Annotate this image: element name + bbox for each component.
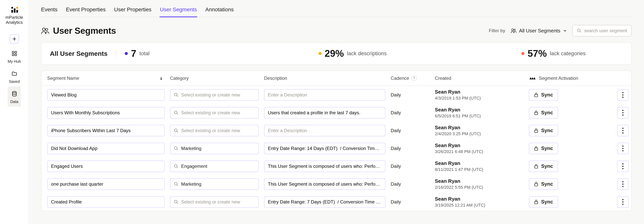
segment-name-input[interactable] (47, 125, 165, 136)
th-description[interactable]: Description (264, 76, 391, 81)
svg-rect-2 (14, 8, 16, 13)
description-input[interactable] (264, 178, 385, 190)
segment-name-input[interactable] (47, 107, 165, 119)
segment-name-input[interactable] (47, 196, 165, 208)
tab-user-properties[interactable]: User Properties (114, 6, 152, 17)
folder-icon (10, 69, 19, 78)
page-header: User Segments Filter by All User Segment… (41, 25, 632, 36)
sync-button[interactable]: Sync (529, 196, 558, 208)
description-input[interactable] (264, 125, 385, 136)
segment-name-field[interactable] (51, 199, 161, 205)
segment-name-input[interactable] (47, 161, 165, 172)
sort-desc-icon (159, 76, 163, 80)
stat-label: total (139, 50, 150, 57)
sidebar-item-my-hub[interactable]: My Hub (8, 46, 21, 66)
row-more-button[interactable] (617, 89, 629, 101)
stat-dot-icon (125, 52, 128, 55)
segment-name-field[interactable] (51, 182, 161, 187)
svg-rect-6 (15, 51, 16, 53)
svg-rect-5 (12, 51, 14, 53)
sync-button[interactable]: Sync (529, 143, 558, 154)
th-created[interactable]: Created (435, 76, 529, 81)
tab-annotations[interactable]: Annotations (205, 6, 234, 17)
sync-button[interactable]: Sync (529, 161, 558, 172)
filter-dropdown[interactable]: All User Segments (511, 28, 567, 34)
sidebar-item-saved[interactable]: Saved (8, 66, 21, 86)
segment-name-field[interactable] (51, 110, 161, 115)
th-name[interactable]: Segment Name (47, 76, 170, 81)
description-field[interactable] (268, 110, 382, 115)
description-field[interactable] (268, 199, 382, 205)
sidebar-item-add[interactable] (8, 32, 21, 46)
row-more-button[interactable] (617, 125, 629, 136)
sync-button[interactable]: Sync (529, 89, 558, 101)
category-select[interactable]: Select existing or create new (170, 125, 259, 136)
search-input[interactable] (584, 28, 627, 33)
page-title: User Segments (53, 25, 116, 36)
description-field[interactable] (268, 164, 382, 169)
description-input[interactable] (264, 161, 385, 172)
svg-point-30 (174, 147, 177, 149)
th-cadence[interactable]: Cadence ? (391, 76, 435, 81)
segment-name-field[interactable] (51, 146, 161, 151)
sidebar: mParticle Analytics My HubSavedData (0, 0, 29, 224)
cadence-value: Daily (391, 110, 435, 115)
created-by: Sean Ryan (435, 196, 529, 202)
description-input[interactable] (264, 107, 385, 119)
search-input-wrap[interactable] (572, 25, 632, 36)
th-category[interactable]: Category (170, 76, 264, 81)
sync-button[interactable]: Sync (529, 107, 558, 119)
svg-rect-46 (534, 202, 538, 204)
sync-button[interactable]: Sync (529, 125, 558, 136)
category-select[interactable]: Marketing (170, 178, 259, 190)
description-field[interactable] (268, 146, 382, 151)
sync-label: Sync (541, 110, 553, 116)
search-icon (174, 182, 178, 186)
category-select[interactable]: Select existing or create new (170, 107, 259, 119)
svg-rect-26 (534, 130, 538, 133)
segment-name-input[interactable] (47, 143, 165, 154)
svg-point-9 (12, 91, 16, 93)
row-more-button[interactable] (617, 178, 629, 190)
description-field[interactable] (268, 182, 382, 187)
created-at: 2/4/2020 3:25 PM (UTC) (435, 131, 529, 136)
tab-user-segments[interactable]: User Segments (160, 6, 197, 17)
description-input[interactable] (264, 196, 385, 208)
row-more-button[interactable] (617, 161, 629, 172)
help-icon[interactable]: ? (412, 76, 417, 81)
sync-button[interactable]: Sync (529, 178, 558, 190)
segment-name-field[interactable] (51, 128, 161, 133)
table-row: Select existing or create new Daily Sean… (42, 86, 631, 104)
category-select[interactable]: Engagement (170, 161, 259, 172)
users-icon (41, 27, 49, 35)
category-select[interactable]: Marketing (170, 143, 259, 154)
sidebar-item-data[interactable]: Data (8, 86, 21, 107)
created-at: 3/19/2025 12:21 AM (UTC) (435, 203, 529, 208)
category-select[interactable]: Select existing or create new (170, 196, 259, 208)
lock-icon (534, 128, 538, 133)
segment-name-field[interactable] (51, 164, 161, 169)
description-field[interactable] (268, 128, 382, 133)
cadence-value: Daily (391, 164, 435, 169)
category-select[interactable]: Select existing or create new (170, 89, 259, 101)
segment-name-input[interactable] (47, 89, 165, 101)
description-field[interactable] (268, 92, 382, 98)
category-value: Select existing or create new (181, 128, 240, 133)
cadence-value: Daily (391, 128, 435, 133)
lock-icon (534, 182, 538, 187)
plus-icon (10, 34, 19, 43)
row-more-button[interactable] (617, 196, 629, 208)
description-input[interactable] (264, 143, 385, 154)
created-at: 8/11/2021 1:47 PM (UTC) (435, 167, 529, 172)
th-activation[interactable]: Segment Activation (529, 76, 606, 81)
summary-stat: 57% lack categories (522, 48, 623, 59)
segment-name-field[interactable] (51, 92, 161, 98)
brand: mParticle Analytics (6, 6, 23, 25)
description-input[interactable] (264, 89, 385, 101)
tab-events[interactable]: Events (41, 6, 58, 17)
row-more-button[interactable] (617, 143, 629, 154)
svg-rect-4 (16, 10, 18, 13)
segment-name-input[interactable] (47, 178, 165, 190)
tab-event-properties[interactable]: Event Properties (66, 6, 106, 17)
row-more-button[interactable] (617, 107, 629, 119)
